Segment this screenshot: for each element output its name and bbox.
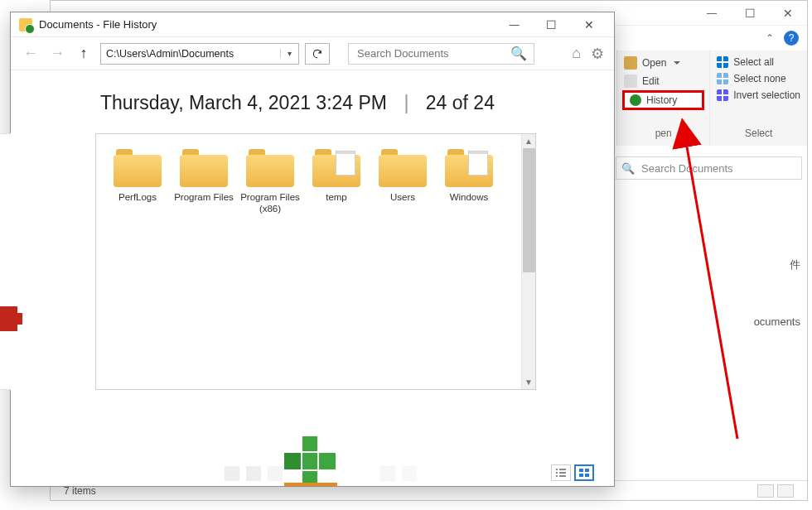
select-all-icon — [717, 56, 728, 68]
status-view-details[interactable] — [757, 484, 774, 498]
search-icon: 🔍 — [621, 162, 635, 175]
bg-search-box[interactable]: 🔍 Search Documents — [616, 156, 802, 180]
select-none-button[interactable]: Select none — [715, 70, 802, 87]
ribbon-history-label: History — [646, 94, 677, 106]
folder-label: Windows — [436, 192, 502, 214]
view-icons-button[interactable] — [574, 464, 594, 481]
select-all-label: Select all — [733, 56, 774, 68]
folder-icon — [246, 149, 294, 187]
nav-forward-button[interactable]: → — [47, 44, 67, 64]
close-button[interactable] — [570, 12, 607, 37]
document-in-folder-icon — [336, 151, 355, 176]
invert-selection-label: Invert selection — [733, 89, 800, 101]
ribbon-select-group-label: Select — [715, 124, 802, 142]
refresh-button[interactable] — [305, 43, 330, 65]
window-title: Documents - File History — [39, 18, 157, 31]
folder-item[interactable]: Windows — [436, 149, 502, 215]
green-cross-decoration — [284, 436, 342, 486]
status-view-icons[interactable] — [777, 484, 794, 498]
folder-label: PerfLogs — [104, 192, 171, 214]
nav-up-button[interactable]: ↑ — [74, 44, 94, 64]
ribbon-open-button[interactable]: Open — [622, 54, 704, 72]
ribbon-open-group: Open Edit History pen — [617, 51, 710, 146]
ribbon-open-label: Open — [642, 57, 666, 69]
maximize-button[interactable] — [533, 12, 570, 37]
document-in-folder-icon — [468, 151, 488, 176]
open-icon — [624, 56, 637, 70]
dropdown-caret-icon — [674, 61, 680, 68]
view-toggle — [551, 464, 594, 481]
address-bar[interactable]: ▾ — [100, 43, 299, 65]
content-pane: PerfLogsProgram FilesProgram Files (x86)… — [95, 133, 536, 390]
folder-item[interactable]: Users — [370, 149, 436, 215]
folder-label: Program Files (x86) — [237, 192, 303, 215]
folder-label: Users — [370, 192, 436, 214]
ribbon-collapse-icon[interactable]: ⌃ — [766, 32, 774, 44]
header-separator: | — [404, 92, 408, 113]
folder-icon — [312, 149, 360, 187]
folder-item[interactable]: Program Files (x86) — [237, 149, 303, 215]
scroll-down-icon[interactable]: ▼ — [522, 375, 535, 389]
folder-label: temp — [303, 192, 370, 214]
select-none-icon — [717, 73, 728, 84]
folder-icon — [379, 149, 427, 187]
search-icon: 🔍 — [510, 46, 527, 61]
invert-selection-icon — [717, 89, 728, 101]
ribbon-section: Open Edit History pen Select all Select … — [616, 51, 807, 146]
scroll-up-icon[interactable]: ▲ — [522, 134, 535, 148]
fh-search-input[interactable] — [355, 46, 510, 60]
invert-selection-button[interactable]: Invert selection — [715, 87, 802, 103]
view-list-button[interactable] — [551, 464, 571, 481]
settings-button[interactable]: ⚙ — [591, 45, 604, 63]
help-icon[interactable]: ? — [784, 31, 799, 46]
snapshot-position: 24 of 24 — [426, 92, 495, 113]
address-dropdown-icon[interactable]: ▾ — [280, 49, 298, 58]
folder-grid: PerfLogsProgram FilesProgram Files (x86)… — [96, 134, 520, 389]
fh-body: Thursday, March 4, 2021 3:24 PM | 24 of … — [11, 70, 614, 486]
nav-back-button[interactable]: ← — [21, 44, 41, 64]
fh-search-box[interactable]: 🔍 — [348, 43, 534, 65]
history-icon — [630, 94, 641, 106]
folder-item[interactable]: temp — [303, 149, 370, 215]
folder-icon — [180, 149, 228, 187]
folder-item[interactable]: PerfLogs — [104, 149, 171, 215]
edit-icon — [624, 75, 637, 88]
grid-view-icon — [579, 469, 589, 477]
bg-minimize-button[interactable] — [693, 1, 731, 26]
snapshot-timestamp: Thursday, March 4, 2021 3:24 PM — [100, 92, 387, 113]
bg-close-button[interactable] — [769, 1, 807, 26]
red-marker — [0, 306, 17, 331]
fh-toolbar: ← → ↑ ▾ 🔍 ⌂ ⚙ — [11, 37, 614, 70]
minimize-button[interactable] — [495, 12, 533, 37]
fh-titlebar: Documents - File History — [11, 12, 614, 37]
ribbon-edit-button[interactable]: Edit — [622, 72, 704, 90]
refresh-icon — [312, 48, 323, 60]
list-view-icon — [556, 469, 566, 477]
ribbon-open-group-label: pen — [622, 124, 704, 142]
home-button[interactable]: ⌂ — [572, 45, 581, 63]
bg-maximize-button[interactable] — [731, 1, 769, 26]
select-all-button[interactable]: Select all — [715, 54, 802, 70]
folder-item[interactable]: Program Files — [171, 149, 237, 215]
bg-nav-item-1[interactable]: 件 — [790, 257, 800, 272]
ribbon-history-button[interactable]: History — [622, 90, 704, 110]
address-input[interactable] — [101, 48, 280, 60]
vertical-scrollbar[interactable]: ▲ ▼ — [521, 134, 535, 389]
file-history-app-icon — [19, 18, 32, 31]
ribbon-select-group: Select all Select none Invert selection … — [710, 51, 807, 146]
prev-snapshot-panel[interactable] — [0, 133, 11, 390]
folder-icon — [445, 149, 493, 187]
folder-icon — [114, 149, 162, 187]
file-history-window: Documents - File History ← → ↑ ▾ 🔍 ⌂ ⚙ T… — [10, 12, 615, 487]
snapshot-header: Thursday, March 4, 2021 3:24 PM | 24 of … — [11, 70, 614, 123]
scroll-thumb[interactable] — [523, 148, 535, 272]
select-none-label: Select none — [733, 73, 785, 84]
ribbon-edit-label: Edit — [642, 75, 660, 87]
bg-search-placeholder: Search Documents — [641, 162, 733, 175]
bg-nav-item-2[interactable]: ocuments — [754, 315, 800, 328]
folder-label: Program Files — [171, 192, 237, 214]
